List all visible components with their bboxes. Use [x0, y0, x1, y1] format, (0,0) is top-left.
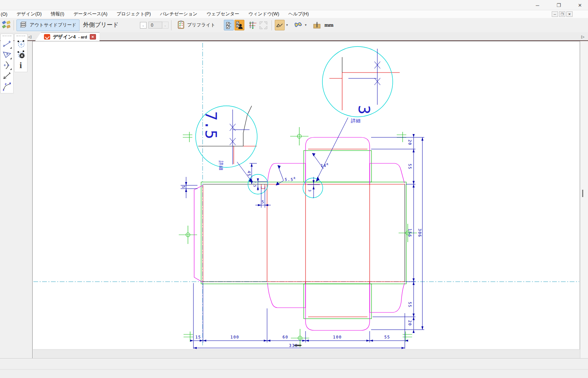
bleed-outline [201, 151, 406, 319]
line-mode-dropdown-arrow[interactable]: ▼ [286, 23, 289, 27]
mdi-window-buttons: ─ ❐ ✕ [552, 11, 573, 17]
die-lines-icon [248, 21, 257, 30]
dim-panel3-width: 100 [333, 335, 342, 340]
shape-arrow-tool[interactable] [1, 49, 12, 60]
units-button[interactable] [312, 20, 322, 30]
window-minimize-button[interactable]: ─ [532, 1, 543, 9]
numbered-curve-tool[interactable]: 1 2 3 [1, 81, 12, 92]
status-bar [0, 358, 588, 369]
palette-grip[interactable] [16, 36, 25, 37]
crease-lines [203, 73, 405, 317]
mdi-minimize-button[interactable]: ─ [552, 11, 558, 17]
tab-title-extension: - ard [78, 35, 87, 39]
document-icon [44, 34, 50, 40]
dimension-lines [181, 137, 424, 349]
menu-item-project[interactable]: プロジェクト(P) [117, 11, 151, 17]
application-window: ─ ❐ ✕ (O) デザイン(D) 情報(I) データベース(A) プロジェクト… [0, 0, 588, 378]
tab-scroll-left-button[interactable]: ◁ [27, 34, 32, 40]
menu-item-database[interactable]: データベース(A) [73, 11, 107, 17]
menu-item-info[interactable]: 情報(I) [51, 11, 64, 17]
checkboxes-icon [225, 22, 232, 29]
map-flag-icon [294, 22, 303, 29]
flyout-indicator [10, 47, 12, 49]
toolbar-separator [271, 20, 272, 30]
checkboxes-user-icon [236, 21, 243, 29]
map-view-button[interactable] [293, 20, 303, 30]
zigzag-line-icon [276, 22, 283, 28]
window-close-button[interactable]: ✕ [575, 1, 585, 9]
tab-scroll-right-button[interactable]: ▷ [580, 34, 585, 40]
outside-bleed-button-label: アウトサイドブリード [30, 22, 77, 28]
dim-glue-width: 15 [195, 335, 201, 340]
preflight-button-label: プリフライト [187, 22, 215, 28]
radius-label-14: 14R [321, 163, 329, 168]
arc-tool[interactable] [1, 60, 12, 70]
menu-item-design[interactable]: デザイン(D) [16, 11, 42, 17]
level-spinner-button[interactable]: ⌄ [162, 22, 169, 29]
dim-bottom-lid-height: 55 [407, 302, 412, 308]
menu-item-webcenter[interactable]: ウェブセンター [207, 11, 239, 17]
dim-bottom-tuck-height: 20 [407, 320, 412, 326]
circle-add-tool[interactable] [15, 38, 26, 49]
detail-1-value: 7.5 [202, 111, 220, 139]
tool-palette-secondary: i [14, 34, 27, 72]
layers-icon [19, 21, 27, 29]
units-label: mm [324, 22, 333, 28]
canvas-bottom-strip [33, 349, 580, 358]
dim-total-height: 306 [417, 229, 422, 237]
circle-delete-tool[interactable] [15, 49, 26, 60]
app-arrows-icon[interactable] [1, 20, 11, 31]
menu-item-help[interactable]: ヘルプ(H) [288, 11, 309, 17]
horizontal-scroll-thumb[interactable] [294, 345, 302, 346]
mdi-close-button[interactable]: ✕ [566, 11, 573, 17]
cut-edge-lines [198, 57, 405, 282]
document-tab-bar: ◁ デザイン4 - ard ✕ ▷ [0, 32, 588, 41]
tab-close-button[interactable]: ✕ [90, 34, 96, 40]
dim-tuck-height: 20 [407, 140, 412, 145]
preflight-button[interactable]: プリフライト [174, 19, 218, 31]
menu-item-palletization[interactable]: パレチゼーション [160, 11, 197, 17]
info-tool[interactable]: i [15, 60, 26, 70]
die-cut-lines [194, 137, 405, 330]
die-design-button[interactable] [248, 20, 258, 30]
flyout-indicator [10, 58, 12, 59]
checkboxes-toggle-button[interactable] [224, 20, 234, 30]
document-tab-design4[interactable]: デザイン4 - ard ✕ [35, 32, 100, 41]
design-canvas[interactable]: 15 100 60 100 55 330 20 55 156 55 20 306… [32, 41, 580, 358]
fit-arrows-icon [259, 21, 268, 30]
mdi-restore-button[interactable]: ❐ [559, 11, 565, 17]
dim-panel4-width: 55 [384, 335, 390, 340]
toolbar-separator [14, 20, 14, 30]
svg-text:1: 1 [3, 88, 4, 91]
window-maximize-button[interactable]: ❐ [554, 1, 564, 9]
line-angle-mode-button[interactable] [275, 20, 285, 30]
outside-bleed-button[interactable]: アウトサイドブリード [16, 19, 79, 31]
die-line-drawing: 15 100 60 100 55 330 20 55 156 55 20 306… [33, 41, 580, 359]
preflight-clipboard-icon [177, 20, 185, 30]
main-toolbar: アウトサイドブリード 外側ブリード ⌄ 0 ⌄ プリフライト [0, 18, 588, 32]
status-bar-lower [0, 369, 588, 378]
dim-lid-height: 55 [407, 164, 412, 170]
register-marks [179, 127, 417, 347]
title-bar: ─ ❐ ✕ [0, 0, 588, 10]
canvas-right-gutter [580, 41, 588, 358]
menu-item-partial[interactable]: (O) [1, 12, 7, 17]
vertical-scroll-thumb[interactable] [582, 190, 583, 197]
level-dropdown-button[interactable]: ⌄ [140, 22, 147, 29]
svg-text:2: 2 [5, 82, 7, 86]
dim-panel2-width: 60 [282, 335, 288, 340]
fit-view-button [259, 20, 269, 30]
level-value-field[interactable]: 0 [148, 22, 162, 29]
checkboxes-user-toggle-button[interactable] [234, 20, 244, 30]
dim-slot-5: 5 [262, 200, 265, 204]
line-angle-tool[interactable] [1, 38, 12, 49]
palette-grip[interactable] [3, 36, 11, 37]
tab-title: デザイン4 [53, 34, 76, 40]
detail-circles [196, 47, 393, 198]
measure-line-tool[interactable] [1, 70, 12, 81]
tool-palette-primary: 1 2 3 [0, 34, 14, 93]
map-dropdown-arrow[interactable]: ▼ [304, 23, 307, 27]
info-glyph: i [19, 61, 22, 70]
menu-item-window[interactable]: ウィンドウ(W) [248, 11, 279, 17]
detail-2-caption: 詳細 [351, 118, 360, 123]
